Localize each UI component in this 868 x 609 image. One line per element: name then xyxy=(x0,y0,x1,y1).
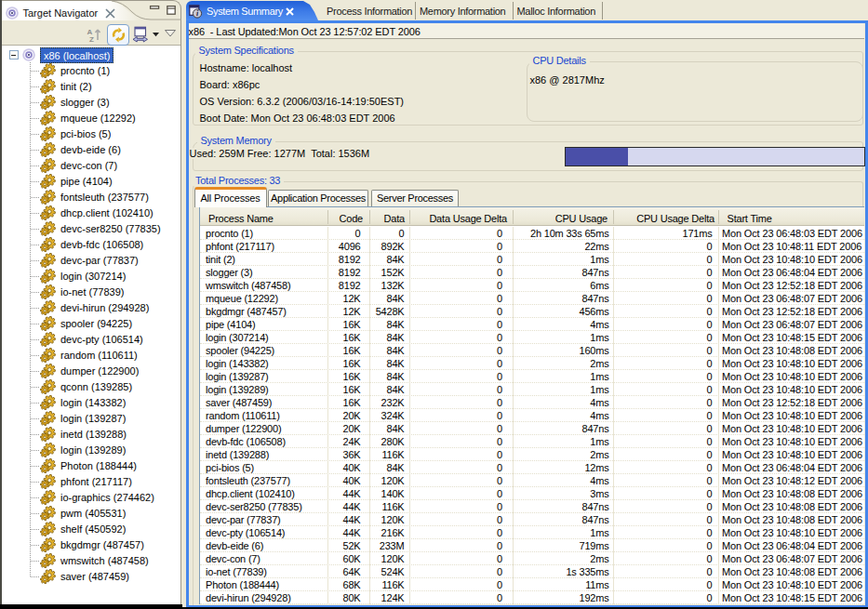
svg-text:Z: Z xyxy=(89,35,94,43)
